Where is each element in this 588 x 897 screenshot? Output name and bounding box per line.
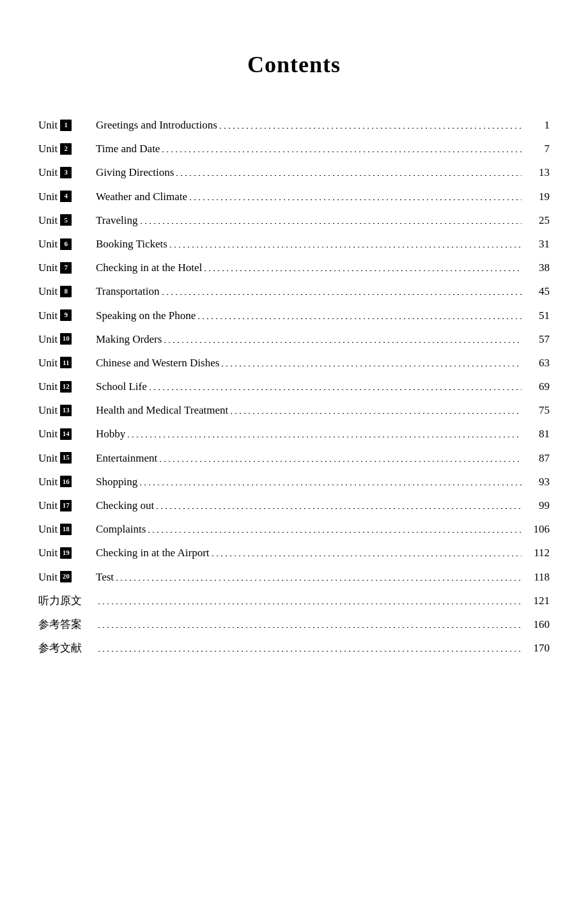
sections-list: 听力原文 121 参考答案 160 参考文献 170: [38, 592, 550, 657]
toc-entry-title: Checking out: [96, 497, 154, 514]
toc-dots: [210, 556, 524, 559]
toc-page: 57: [524, 331, 550, 348]
unit-word: Unit: [38, 449, 58, 467]
section-dots: [96, 627, 524, 631]
section-row: 听力原文 121: [38, 592, 550, 609]
unit-label: Unit 10: [38, 331, 96, 348]
toc-row: Unit 17 Checking out 99: [38, 497, 550, 514]
toc-entry-title: Giving Directions: [96, 164, 174, 181]
toc-dots: [187, 199, 524, 203]
toc-page: 51: [524, 307, 550, 324]
unit-badge: 9: [60, 309, 72, 321]
unit-label: Unit 18: [38, 520, 96, 538]
unit-word: Unit: [38, 378, 58, 395]
toc-entry-title: Weather and Climate: [96, 188, 187, 205]
unit-word: Unit: [38, 116, 58, 134]
toc-entry-title: Hobby: [96, 425, 125, 442]
toc-dots: [219, 366, 524, 370]
toc-page: 69: [524, 378, 550, 395]
toc-entry-title: Health and Medical Treatment: [96, 402, 228, 419]
toc-row: Unit 4 Weather and Climate 19: [38, 188, 550, 205]
unit-label: Unit 13: [38, 402, 96, 419]
unit-word: Unit: [38, 307, 58, 324]
unit-badge: 6: [60, 238, 72, 250]
unit-label: Unit 3: [38, 164, 96, 181]
unit-badge: 5: [60, 214, 72, 226]
toc-row: Unit 12 School Life 69: [38, 378, 550, 395]
unit-badge: 1: [60, 120, 72, 131]
unit-badge: 13: [60, 405, 72, 416]
toc-page: 81: [524, 425, 550, 442]
toc-dots: [146, 532, 524, 536]
unit-word: Unit: [38, 140, 58, 157]
toc-dots: [154, 508, 524, 512]
unit-badge: 17: [60, 500, 72, 511]
toc-page: 99: [524, 497, 550, 514]
toc-dots: [138, 223, 525, 227]
unit-badge: 2: [60, 143, 72, 155]
toc-page: 93: [524, 473, 550, 490]
toc-entry-title: Greetings and Introductions: [96, 116, 217, 134]
toc-dots: [160, 152, 524, 155]
section-dots: [96, 604, 524, 607]
toc-page: 1: [524, 116, 550, 134]
toc-entry-title: Traveling: [96, 212, 138, 229]
unit-label: Unit 4: [38, 188, 96, 205]
toc-row: Unit 3 Giving Directions 13: [38, 164, 550, 181]
toc-row: Unit 14 Hobby 81: [38, 425, 550, 442]
unit-badge: 10: [60, 333, 72, 345]
toc-row: Unit 2 Time and Date 7: [38, 140, 550, 157]
toc-entry-title: Making Orders: [96, 331, 162, 348]
toc-dots: [228, 413, 524, 417]
unit-word: Unit: [38, 354, 58, 371]
unit-label: Unit 17: [38, 497, 96, 514]
unit-badge: 18: [60, 524, 72, 535]
unit-badge: 19: [60, 547, 72, 559]
toc-page: 7: [524, 140, 550, 157]
toc-entry-title: Checking in at the Airport: [96, 544, 210, 561]
toc-row: Unit 9 Speaking on the Phone 51: [38, 307, 550, 324]
toc-dots: [196, 318, 524, 322]
toc-row: Unit 15 Entertainment 87: [38, 449, 550, 467]
section-row: 参考答案 160: [38, 616, 550, 633]
toc-entry-title: Test: [96, 568, 114, 586]
toc-page: 19: [524, 188, 550, 205]
page-title: Contents: [38, 51, 550, 78]
toc-entry-title: Complaints: [96, 520, 146, 538]
unit-label: Unit 5: [38, 212, 96, 229]
section-label: 参考答案: [38, 616, 96, 633]
toc-page: 25: [524, 212, 550, 229]
unit-word: Unit: [38, 212, 58, 229]
unit-word: Unit: [38, 188, 58, 205]
section-dots: [96, 651, 524, 655]
unit-label: Unit 16: [38, 473, 96, 490]
unit-label: Unit 1: [38, 116, 96, 134]
toc-row: Unit 6 Booking Tickets 31: [38, 235, 550, 253]
unit-word: Unit: [38, 331, 58, 348]
toc-dots: [125, 437, 524, 441]
toc-dots: [202, 270, 524, 274]
unit-badge: 12: [60, 381, 72, 393]
unit-badge: 4: [60, 191, 72, 202]
unit-badge: 11: [60, 357, 72, 368]
toc-page: 106: [524, 520, 550, 538]
unit-label: Unit 11: [38, 354, 96, 371]
unit-label: Unit 7: [38, 259, 96, 276]
toc-dots: [167, 247, 524, 251]
unit-word: Unit: [38, 235, 58, 253]
toc-entry-title: Booking Tickets: [96, 235, 167, 253]
toc-entry-title: Shopping: [96, 473, 137, 490]
toc-entry-title: Checking in at the Hotel: [96, 259, 202, 276]
section-row: 参考文献 170: [38, 639, 550, 657]
unit-word: Unit: [38, 473, 58, 490]
toc-dots: [160, 294, 525, 298]
toc-page: 38: [524, 259, 550, 276]
unit-badge: 14: [60, 428, 72, 440]
unit-badge: 8: [60, 286, 72, 297]
unit-label: Unit 9: [38, 307, 96, 324]
toc-page: 63: [524, 354, 550, 371]
toc-row: Unit 11 Chinese and Western Dishes 63: [38, 354, 550, 371]
unit-word: Unit: [38, 164, 58, 181]
toc-page: 45: [524, 283, 550, 300]
unit-word: Unit: [38, 544, 58, 561]
